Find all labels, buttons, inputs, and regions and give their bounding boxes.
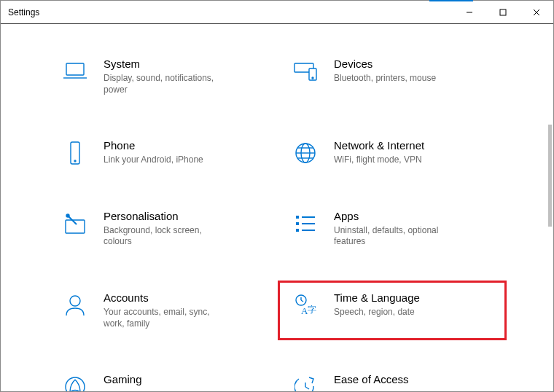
content-area: System Display, sound, notifications, po… bbox=[1, 24, 553, 391]
svg-line-28 bbox=[301, 300, 303, 302]
tile-text: Ease of Access bbox=[334, 373, 409, 388]
devices-icon bbox=[293, 59, 318, 84]
tile-text: Network & Internet WiFi, flight mode, VP… bbox=[334, 139, 424, 166]
tile-subtitle: Your accounts, email, sync, work, family bbox=[104, 307, 227, 329]
scrollbar-thumb[interactable] bbox=[548, 125, 552, 227]
tile-subtitle: WiFi, flight mode, VPN bbox=[334, 154, 424, 166]
tile-text: Accounts Your accounts, email, sync, wor… bbox=[104, 291, 227, 329]
svg-rect-20 bbox=[296, 222, 299, 225]
svg-line-33 bbox=[305, 387, 309, 389]
maximize-button[interactable] bbox=[486, 1, 520, 24]
tile-text: Devices Bluetooth, printers, mouse bbox=[334, 58, 436, 85]
tile-subtitle: Speech, region, date bbox=[334, 307, 420, 318]
close-button[interactable] bbox=[520, 1, 553, 24]
maximize-icon bbox=[499, 9, 507, 16]
tile-title: Accounts bbox=[104, 291, 227, 304]
tile-network[interactable]: Network & Internet WiFi, flight mode, VP… bbox=[284, 135, 500, 170]
tile-text: Phone Link your Android, iPhone bbox=[104, 139, 203, 166]
globe-icon bbox=[293, 141, 318, 165]
tile-time-language[interactable]: A字 Time & Language Speech, region, date bbox=[284, 287, 500, 334]
tile-system[interactable]: System Display, sound, notifications, po… bbox=[54, 53, 270, 100]
timelang-icon: A字 bbox=[293, 293, 318, 318]
tile-subtitle: Background, lock screen, colours bbox=[104, 225, 227, 248]
tile-title: Apps bbox=[334, 210, 458, 222]
minimize-icon bbox=[466, 9, 473, 16]
gaming-icon bbox=[63, 375, 87, 391]
tile-text: Personalisation Background, lock screen,… bbox=[104, 210, 227, 248]
tile-phone[interactable]: Phone Link your Android, iPhone bbox=[54, 135, 270, 170]
svg-point-10 bbox=[74, 160, 76, 162]
tile-title: Time & Language bbox=[334, 291, 420, 304]
tile-title: System bbox=[104, 58, 227, 70]
tile-ease-of-access[interactable]: Ease of Access bbox=[284, 369, 500, 391]
tile-subtitle: Bluetooth, printers, mouse bbox=[334, 73, 436, 85]
svg-text:字: 字 bbox=[308, 305, 316, 315]
tile-title: Network & Internet bbox=[334, 139, 424, 152]
svg-point-25 bbox=[70, 296, 80, 306]
tile-gaming[interactable]: Gaming bbox=[54, 369, 270, 391]
settings-grid: System Display, sound, notifications, po… bbox=[54, 53, 500, 391]
tile-title: Gaming bbox=[104, 373, 142, 385]
svg-point-18 bbox=[66, 214, 69, 217]
tile-text: System Display, sound, notifications, po… bbox=[104, 58, 227, 95]
paint-icon bbox=[63, 211, 87, 236]
window-controls bbox=[453, 1, 553, 24]
window-title: Settings bbox=[8, 7, 39, 17]
tile-personalisation[interactable]: Personalisation Background, lock screen,… bbox=[54, 205, 270, 252]
minimize-button[interactable] bbox=[453, 1, 486, 24]
tile-title: Devices bbox=[334, 58, 436, 70]
apps-icon bbox=[293, 211, 318, 236]
ease-icon bbox=[293, 375, 318, 391]
phone-icon bbox=[63, 141, 87, 165]
tile-accounts[interactable]: Accounts Your accounts, email, sync, wor… bbox=[54, 287, 270, 334]
laptop-icon bbox=[63, 59, 87, 84]
tile-devices[interactable]: Devices Bluetooth, printers, mouse bbox=[284, 53, 500, 100]
tile-title: Personalisation bbox=[104, 210, 227, 222]
svg-rect-1 bbox=[500, 9, 506, 15]
tile-apps[interactable]: Apps Uninstall, defaults, optional featu… bbox=[284, 205, 500, 252]
tile-title: Phone bbox=[104, 139, 203, 152]
tile-subtitle: Link your Android, iPhone bbox=[104, 154, 203, 166]
svg-rect-19 bbox=[296, 216, 299, 219]
tile-title: Ease of Access bbox=[334, 373, 409, 385]
close-icon bbox=[533, 9, 540, 16]
settings-window: Settings System Display, sound, notifica… bbox=[0, 0, 554, 392]
tile-subtitle: Display, sound, notifications, power bbox=[104, 73, 227, 95]
tile-text: Apps Uninstall, defaults, optional featu… bbox=[334, 210, 458, 248]
svg-rect-21 bbox=[296, 229, 299, 232]
account-icon bbox=[63, 293, 87, 318]
svg-rect-4 bbox=[66, 63, 84, 75]
titlebar: Settings bbox=[1, 1, 553, 24]
svg-point-31 bbox=[66, 377, 85, 391]
tile-subtitle: Uninstall, defaults, optional features bbox=[334, 225, 458, 248]
tile-text: Gaming bbox=[104, 373, 142, 388]
tile-text: Time & Language Speech, region, date bbox=[334, 291, 420, 318]
